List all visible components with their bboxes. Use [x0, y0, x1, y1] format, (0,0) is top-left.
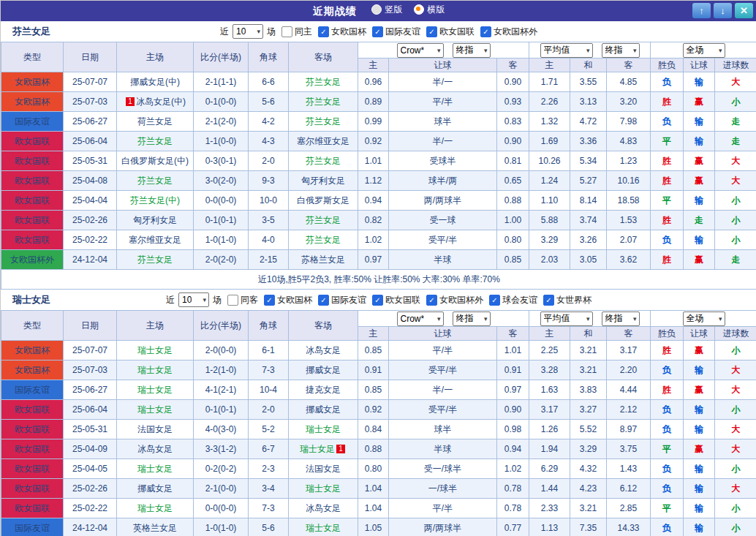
handicap-time-select[interactable]: 终指▾: [453, 312, 491, 326]
radio-icon[interactable]: [414, 4, 424, 15]
europe-average-select[interactable]: 平均值▾: [540, 312, 593, 326]
competition-type: 欧女国联: [1, 132, 64, 151]
europe-odds-group: 平均值▾终指▾: [529, 42, 651, 58]
result-cell: 负: [651, 459, 684, 479]
handicap-result-cell: 输: [684, 361, 715, 380]
team-name-text: 芬兰女足: [137, 175, 173, 186]
corner-cell: 10-0: [249, 191, 289, 211]
handicap-line: 受球半: [389, 151, 497, 171]
league-checkbox[interactable]: [480, 26, 491, 37]
europe-time-select[interactable]: 终指▾: [602, 43, 640, 58]
handicap-time-select[interactable]: 终指▾: [453, 43, 491, 58]
near-label: 近: [166, 294, 175, 306]
filter-controls: 近10▾场同主女欧国杯国际友谊欧女国联女欧国杯外: [220, 24, 537, 39]
odds-company-select[interactable]: Crow*▾: [397, 312, 444, 326]
league-checkbox[interactable]: [372, 295, 383, 306]
home-team-cell: 冰岛女足: [117, 439, 194, 459]
team-name-text: 瑞士女足: [137, 385, 173, 395]
league-checkbox[interactable]: [426, 295, 437, 306]
scroll-up-button[interactable]: ↑: [692, 3, 711, 18]
team-name-text: 冰岛女足: [306, 345, 341, 355]
handicap-away-odds: 0.90: [497, 132, 529, 151]
handicap-away-odds: 0.98: [497, 420, 529, 439]
scroll-down-button[interactable]: ↓: [714, 3, 732, 18]
league-checkbox[interactable]: [489, 295, 500, 306]
league-checkbox[interactable]: [372, 26, 383, 37]
handicap-result-cell: 输: [684, 420, 715, 439]
score-cell: 2-0(0-0): [194, 341, 249, 361]
orientation-radio-vertical[interactable]: 竖版: [371, 4, 402, 16]
scope-select[interactable]: 全场▾: [683, 312, 725, 326]
competition-type: 女欧国杯: [1, 72, 64, 92]
result-cell: 负: [651, 400, 684, 420]
odds-home: 10.26: [529, 151, 570, 171]
same-venue-checkbox[interactable]: [227, 295, 238, 306]
odds-draw: 3.05: [570, 250, 607, 270]
odds-company-select[interactable]: Crow*▾: [397, 43, 444, 58]
league-checkbox[interactable]: [318, 26, 329, 37]
handicap-line: 受平/半: [389, 230, 497, 250]
match-date: 25-05-31: [64, 420, 117, 439]
odds-home: 3.17: [529, 400, 570, 420]
league-checkbox[interactable]: [264, 295, 275, 306]
team-name-text: 瑞士女足: [137, 464, 173, 474]
scope-select[interactable]: 全场▾: [683, 43, 725, 58]
odds-draw: 3.27: [570, 400, 607, 420]
team-name-text: 塞尔维亚女足: [297, 136, 349, 146]
selected-value: Crow*: [401, 314, 425, 324]
odds-away: 2.07: [607, 230, 651, 250]
odds-home: 1.63: [529, 380, 570, 400]
away-team-cell: 芬兰女足: [289, 211, 358, 230]
odds-away: 3.20: [607, 92, 651, 112]
match-count-select[interactable]: 10▾: [233, 24, 263, 39]
league-checkbox[interactable]: [543, 295, 554, 306]
team-name-text: 芬兰女足: [306, 116, 341, 127]
match-date: 25-06-04: [64, 132, 117, 151]
score-cell: 1-0(1-0): [194, 230, 249, 250]
match-row: 女欧国杯外24-12-04芬兰女足2-0(2-0)2-15苏格兰女足0.97半球…: [1, 250, 756, 270]
orientation-radio-horizontal[interactable]: 横版: [414, 4, 445, 16]
home-team-cell: 匈牙利女足: [117, 211, 194, 230]
score-header: 比分(半场): [194, 42, 249, 72]
odds-home: 1.71: [529, 72, 570, 92]
league-checkbox[interactable]: [426, 26, 437, 37]
europe-average-select[interactable]: 平均值▾: [540, 43, 593, 58]
odds-away: 1.53: [607, 211, 651, 230]
team-name: 芬兰女足: [12, 25, 50, 38]
same-venue-checkbox[interactable]: [281, 26, 292, 37]
odds-draw: 3.26: [570, 230, 607, 250]
score-cell: 2-1(2-0): [194, 112, 249, 132]
match-date: 25-07-07: [64, 341, 117, 361]
match-count-select[interactable]: 10▾: [178, 292, 209, 307]
result-header: 胜负: [651, 327, 684, 341]
scope-group: 全场▾: [651, 311, 756, 327]
handicap-result-cell: 输: [684, 499, 715, 518]
handicap-away-odds: 0.93: [497, 92, 529, 112]
odds-away-header: 客: [607, 327, 651, 341]
league-label: 女世界杯: [556, 294, 591, 306]
corner-cell: 9-3: [249, 171, 289, 191]
odds-away: 8.97: [607, 420, 651, 439]
team-name-text: 瑞士女足: [306, 424, 341, 434]
home-team-cell: 英格兰女足: [117, 518, 194, 536]
team-name-text: 苏格兰女足: [301, 254, 345, 265]
match-date: 25-02-26: [64, 479, 117, 499]
radio-icon[interactable]: [371, 4, 382, 15]
odds-away: 6.12: [607, 479, 651, 499]
handicap-away-odds: 0.90: [497, 400, 529, 420]
close-button[interactable]: ✕: [735, 3, 753, 18]
home-team-cell: 挪威女足: [117, 479, 194, 499]
odds-home: 6.29: [529, 459, 570, 479]
home-team-cell: 瑞士女足: [117, 341, 194, 361]
handicap-home-odds: 0.92: [358, 132, 389, 151]
match-row: 欧女国联25-06-04芬兰女足1-1(0-0)4-3塞尔维亚女足0.92半/一…: [1, 132, 756, 151]
results-table: 类型日期主场比分(半场)角球客场Crow*▾终指▾平均值▾终指▾全场▾主让球客主…: [1, 42, 756, 290]
odds-draw: 3.36: [570, 132, 607, 151]
odds-draw: 5.34: [570, 151, 607, 171]
result-cell: 平: [651, 499, 684, 518]
league-checkbox[interactable]: [318, 295, 329, 306]
competition-type: 欧女国联: [1, 211, 64, 230]
europe-time-select[interactable]: 终指▾: [602, 312, 640, 326]
handicap-result-cell: 输: [684, 459, 715, 479]
match-row: 女欧国杯25-07-03瑞士女足1-2(1-0)7-3挪威女足0.91受平/半0…: [1, 361, 756, 380]
